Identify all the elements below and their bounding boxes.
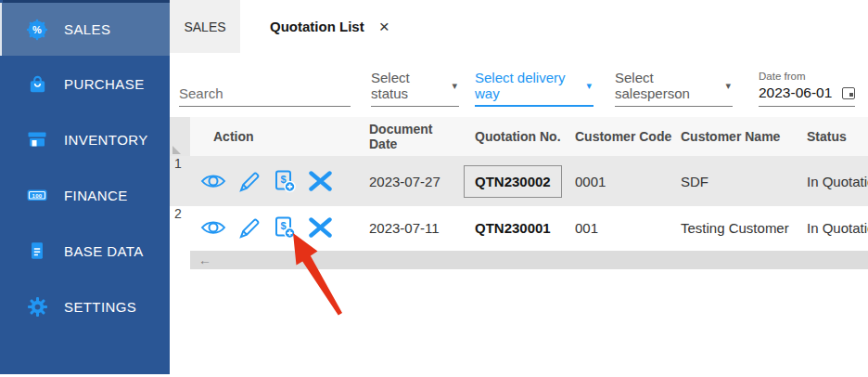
select-all-triangle-icon xyxy=(172,146,181,154)
scroll-left-arrow-icon[interactable]: ← xyxy=(198,253,211,267)
cell-customer-code: 0001 xyxy=(575,174,679,189)
settings-gear-icon xyxy=(26,295,48,318)
row-number: 2 xyxy=(170,206,190,249)
status-select[interactable]: Select status ▾ xyxy=(371,67,459,107)
svg-text:$: $ xyxy=(280,219,286,230)
column-header-customer-name[interactable]: Customer Name xyxy=(679,129,807,144)
finance-banknote-icon: 100 xyxy=(26,184,48,206)
cell-customer-name: SDF xyxy=(679,174,807,189)
chevron-down-icon: ▾ xyxy=(725,80,731,92)
inventory-store-icon xyxy=(26,128,48,150)
row-number: 1 xyxy=(170,156,190,206)
cell-document-date: 2023-07-11 xyxy=(360,220,464,236)
tab-quotation-list-label: Quotation List xyxy=(270,19,364,34)
chevron-down-icon: ▾ xyxy=(452,80,457,92)
view-eye-icon[interactable] xyxy=(199,170,227,192)
column-header-action[interactable]: Action xyxy=(190,129,360,144)
quotation-link[interactable]: QTN230002 xyxy=(464,165,562,198)
cell-customer-code: 001 xyxy=(575,220,679,236)
edit-pencil-icon[interactable] xyxy=(238,216,262,240)
purchase-bag-icon xyxy=(26,72,48,95)
tab-sales[interactable]: SALES xyxy=(170,0,240,53)
table-row[interactable]: 2 $ 2023-07-11 QTN230001 xyxy=(170,206,868,249)
delete-x-icon[interactable] xyxy=(308,171,333,191)
salesperson-select-label: Select salesperson xyxy=(615,70,718,101)
view-eye-icon[interactable] xyxy=(199,216,227,239)
chevron-down-icon: ▾ xyxy=(586,80,592,92)
row-actions: $ xyxy=(190,216,360,240)
svg-text:%: % xyxy=(32,24,42,35)
main-content: SALES Quotation List × Select status ▾ S… xyxy=(170,0,868,377)
status-select-label: Select status xyxy=(371,70,444,101)
cell-status: In Quotation xyxy=(807,220,868,236)
calendar-icon[interactable] xyxy=(842,87,855,99)
delete-x-icon[interactable] xyxy=(308,217,333,238)
sidebar-item-finance[interactable]: 100 FINANCE xyxy=(0,167,170,223)
filter-bar: Select status ▾ Select delivery way ▾ Se… xyxy=(170,58,868,107)
column-header-status[interactable]: Status xyxy=(807,129,868,144)
quotation-table: Action Document Date Quotation No. Custo… xyxy=(170,117,868,249)
sidebar-item-label: BASE DATA xyxy=(64,243,144,259)
column-header-document-date[interactable]: Document Date xyxy=(360,122,464,151)
app-window: % SALES PURCHASE xyxy=(0,0,868,377)
svg-text:$: $ xyxy=(280,173,286,184)
sidebar-item-label: SALES xyxy=(64,21,110,37)
cell-customer-name: Testing Customer xyxy=(679,220,807,236)
search-field xyxy=(179,83,351,107)
sidebar-item-label: FINANCE xyxy=(64,188,128,203)
create-order-from-quotation-icon[interactable]: $ xyxy=(273,170,297,193)
table-header-row: Action Document Date Quotation No. Custo… xyxy=(170,117,868,156)
horizontal-scrollbar[interactable]: ← xyxy=(190,251,868,269)
date-from-field[interactable]: Date from 2023-06-01 xyxy=(759,71,855,107)
cell-quotation-no: QTN230002 xyxy=(464,165,575,198)
sidebar-item-base-data[interactable]: BASE DATA xyxy=(0,223,170,279)
column-header-quotation-no[interactable]: Quotation No. xyxy=(464,129,575,144)
sidebar-item-sales[interactable]: % SALES xyxy=(0,3,170,56)
sidebar-item-purchase[interactable]: PURCHASE xyxy=(0,56,170,111)
sidebar: % SALES PURCHASE xyxy=(0,0,170,374)
close-tab-icon[interactable]: × xyxy=(379,18,389,35)
sidebar-item-label: SETTINGS xyxy=(64,299,136,315)
cell-status: In Quotation xyxy=(807,174,868,189)
column-header-customer-code[interactable]: Customer Code xyxy=(575,129,679,144)
create-order-from-quotation-icon[interactable]: $ xyxy=(273,216,297,240)
table-row[interactable]: 1 $ 2023-07-27 Q xyxy=(170,156,868,206)
delivery-way-select-label: Select delivery way xyxy=(475,70,579,101)
row-actions: $ xyxy=(190,170,360,193)
cell-document-date: 2023-07-27 xyxy=(360,174,464,189)
sidebar-item-settings[interactable]: SETTINGS xyxy=(0,279,170,334)
base-data-document-icon xyxy=(26,240,48,262)
svg-text:100: 100 xyxy=(32,193,42,199)
salesperson-select[interactable]: Select salesperson ▾ xyxy=(615,67,733,107)
date-from-label: Date from xyxy=(759,71,855,82)
cell-quotation-no: QTN230001 xyxy=(464,220,575,236)
search-input[interactable] xyxy=(179,83,351,106)
tab-quotation-list[interactable]: Quotation List × xyxy=(270,0,389,53)
select-all-corner[interactable] xyxy=(170,117,190,156)
edit-pencil-icon[interactable] xyxy=(238,170,262,193)
sidebar-item-label: PURCHASE xyxy=(64,76,145,92)
date-from-value: 2023-06-01 xyxy=(759,84,832,101)
sidebar-item-label: INVENTORY xyxy=(64,132,148,148)
delivery-way-select[interactable]: Select delivery way ▾ xyxy=(475,67,594,107)
tab-bar: SALES Quotation List × xyxy=(170,0,868,58)
sales-badge-icon: % xyxy=(26,19,48,41)
sidebar-item-inventory[interactable]: INVENTORY xyxy=(0,111,170,167)
